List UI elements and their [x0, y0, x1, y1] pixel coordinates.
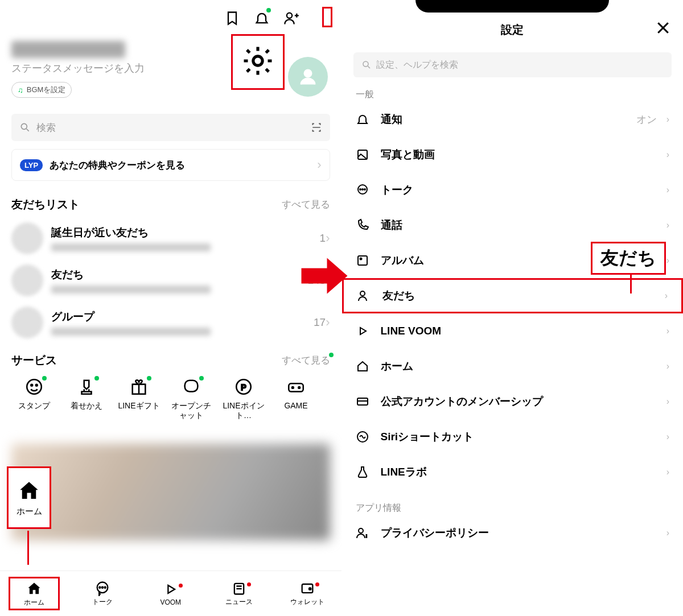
point-icon: P	[234, 377, 253, 396]
svg-point-7	[36, 385, 38, 386]
chevron-right-icon: ›	[326, 315, 330, 330]
services-title: サービス	[11, 353, 57, 368]
services-section: サービス すべて見る スタンプ 着せかえ LINEギフト オープンチャット PL…	[11, 353, 342, 420]
connector-line	[27, 531, 29, 565]
row-talk[interactable]: トーク›	[342, 172, 684, 208]
section-app-info: アプリ情報	[342, 501, 684, 515]
card-icon	[356, 395, 369, 408]
tab-home[interactable]: ホーム	[9, 577, 60, 610]
svg-point-21	[308, 588, 311, 590]
chevron-right-icon: ›	[666, 528, 669, 538]
svg-point-25	[360, 189, 361, 190]
row-photos[interactable]: 写真と動画›	[342, 137, 684, 172]
svg-point-0	[286, 13, 291, 18]
smiley-icon	[24, 377, 44, 396]
privacy-icon: i	[356, 526, 369, 540]
tab-news[interactable]: ニュース	[213, 580, 265, 607]
service-gift[interactable]: LINEギフト	[116, 377, 162, 420]
svg-point-29	[360, 258, 361, 260]
section-general: 一般	[342, 88, 684, 102]
talk-icon	[356, 183, 369, 197]
svg-rect-28	[358, 256, 367, 265]
chevron-right-icon: ›	[666, 185, 669, 195]
row-friends-highlight[interactable]: 友だち›	[342, 278, 684, 313]
row-home[interactable]: ホーム›	[342, 349, 684, 384]
lyp-banner[interactable]: LYP あなたの特典やクーポンを見る ›	[11, 149, 330, 181]
search-placeholder: 検索	[36, 121, 311, 134]
home-icon	[356, 359, 369, 373]
avatar-blurred	[11, 222, 43, 254]
bookmark-icon[interactable]	[224, 10, 240, 28]
game-icon	[286, 377, 306, 396]
friend-row-friends[interactable]: 友だち 145›	[11, 264, 330, 296]
service-openchat[interactable]: オープンチャット	[168, 377, 214, 420]
svg-text:P: P	[241, 383, 246, 392]
profile-avatar[interactable]	[288, 57, 328, 97]
svg-point-13	[292, 387, 294, 388]
bottom-tab-bar: ホーム トーク VOOM ニュース ウォレット	[0, 570, 342, 616]
scan-icon[interactable]	[311, 122, 322, 133]
service-theme[interactable]: 着せかえ	[64, 377, 109, 420]
chevron-right-icon: ›	[326, 231, 330, 246]
friends-icon	[357, 289, 371, 303]
home-icon	[26, 581, 42, 597]
add-friend-icon[interactable]	[283, 10, 299, 28]
flask-icon	[356, 465, 369, 479]
album-icon	[356, 254, 369, 267]
row-labs[interactable]: LINEラボ›	[342, 454, 684, 490]
see-all-services[interactable]: すべて見る	[282, 354, 330, 367]
search-bar[interactable]: 検索	[11, 114, 330, 141]
settings-title: 設定	[501, 22, 524, 38]
chevron-right-icon: ›	[666, 467, 669, 477]
settings-search[interactable]: 設定、ヘルプを検索	[353, 52, 672, 77]
status-message-prompt[interactable]: ステータスメッセージを入力	[11, 61, 145, 75]
talk-icon	[94, 580, 110, 596]
bgm-chip[interactable]: ♫BGMを設定	[11, 82, 72, 98]
svg-point-27	[364, 189, 365, 190]
siri-icon	[356, 430, 369, 444]
chevron-right-icon: ›	[666, 396, 669, 407]
bell-icon	[356, 113, 369, 126]
svg-rect-9	[185, 381, 198, 392]
row-call[interactable]: 通話›	[342, 208, 684, 243]
svg-point-17	[102, 587, 103, 588]
row-privacy[interactable]: iプライバシーポリシー›	[342, 515, 684, 551]
svg-point-26	[362, 189, 363, 190]
home-icon-large	[17, 479, 41, 503]
settings-gear-callout	[231, 34, 285, 90]
service-points[interactable]: PLINEポイント…	[221, 377, 266, 420]
friends-callout-label: 友だち	[591, 242, 666, 275]
row-voom[interactable]: LINE VOOM›	[342, 313, 684, 349]
lyp-text: あなたの特典やクーポンを見る	[50, 159, 185, 172]
tab-voom[interactable]: VOOM	[145, 581, 196, 606]
settings-icon-highlight	[322, 7, 332, 27]
tab-talk[interactable]: トーク	[77, 580, 128, 607]
friend-row-birthday[interactable]: 誕生日が近い友だち 1›	[11, 222, 330, 254]
row-siri[interactable]: Siriショートカット›	[342, 419, 684, 454]
tab-wallet[interactable]: ウォレット	[282, 580, 333, 607]
notch	[415, 0, 609, 13]
row-membership[interactable]: 公式アカウントのメンバーシップ›	[342, 384, 684, 419]
friend-row-groups[interactable]: グループ 17›	[11, 307, 330, 338]
svg-point-22	[363, 61, 368, 67]
chevron-right-icon: ›	[666, 432, 669, 442]
chevron-right-icon: ›	[666, 150, 669, 160]
svg-text:i: i	[366, 534, 367, 539]
service-stamp[interactable]: スタンプ	[11, 377, 57, 420]
service-game[interactable]: GAME	[273, 377, 319, 420]
svg-point-6	[31, 385, 32, 386]
brush-icon	[77, 377, 96, 396]
chevron-right-icon: ›	[666, 326, 669, 336]
profile-name-blurred	[11, 41, 125, 58]
see-all-friends[interactable]: すべて見る	[282, 198, 330, 211]
search-icon	[361, 60, 372, 70]
row-notifications[interactable]: 通知オン›	[342, 102, 684, 137]
close-button[interactable]	[655, 19, 672, 39]
svg-point-3	[305, 70, 311, 77]
bell-icon[interactable]	[254, 10, 270, 28]
promo-banner-blurred[interactable]	[11, 444, 330, 540]
search-icon	[19, 122, 31, 133]
chevron-right-icon: ›	[666, 220, 669, 230]
chevron-right-icon: ›	[665, 291, 668, 301]
news-icon	[231, 580, 247, 596]
